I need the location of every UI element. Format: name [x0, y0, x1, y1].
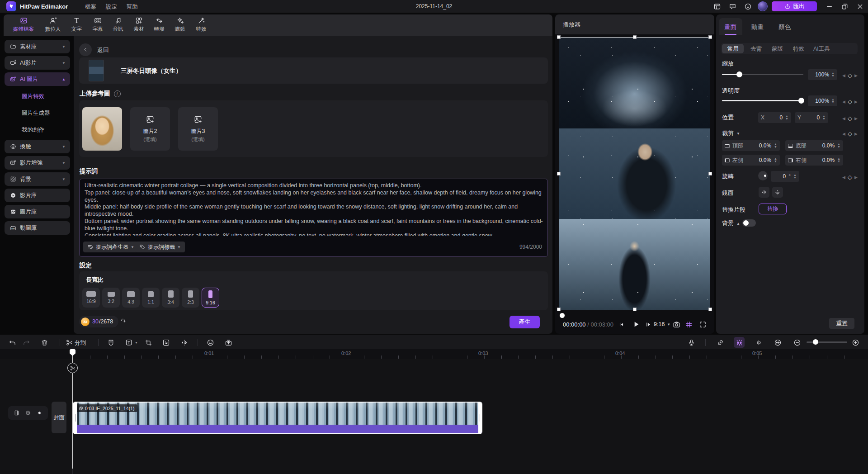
export-button[interactable]: 匯出	[772, 1, 817, 11]
upload-card-image3[interactable]: 圖片3 (選填)	[178, 107, 218, 151]
rotate-handle[interactable]	[560, 313, 565, 318]
crop-left-field[interactable]: 左側 0.0% ▲▼	[722, 155, 780, 166]
tab-animation[interactable]: 動畫	[751, 23, 764, 31]
scale-value-box[interactable]: 100% ▲▼	[808, 69, 837, 80]
magnet-snap-icon[interactable]	[735, 338, 743, 346]
tab-digital-human[interactable]: 數位人	[40, 17, 66, 34]
trim-handle-left[interactable]	[74, 403, 77, 433]
rotate-keyframe-controls[interactable]: ◀◇▶	[842, 174, 858, 180]
chevron-down-icon[interactable]: ▼	[135, 341, 138, 344]
tab-frame[interactable]: 畫面	[724, 23, 736, 31]
split-at-playhead-button[interactable]	[67, 363, 78, 373]
crop-top-field[interactable]: 頂部 0.0% ▲▼	[722, 140, 780, 151]
subtab-common[interactable]: 常用	[727, 45, 739, 53]
sidebar-item-ai-video[interactable]: AI影片 ▼	[5, 56, 70, 70]
opacity-keyframe-controls[interactable]: ◀◇▶	[842, 98, 858, 105]
reset-button[interactable]: 重置	[829, 318, 854, 329]
undo-icon[interactable]	[8, 338, 16, 346]
preview-ratio-dropdown[interactable]: 9:16 ▼	[654, 321, 670, 327]
resize-handle[interactable]	[557, 308, 561, 311]
scale-slider-knob[interactable]	[736, 71, 742, 77]
resize-handle[interactable]	[633, 35, 637, 39]
scale-tool-icon[interactable]	[162, 338, 170, 346]
rotate-value-field[interactable]: 0 ° ▲▼	[771, 171, 799, 182]
sidebar-item-face-swap[interactable]: 換臉 ▼	[5, 140, 70, 153]
zoom-out-icon[interactable]	[793, 338, 801, 346]
position-y-field[interactable]: Y 0 ▲▼	[795, 112, 828, 123]
stepper-icon[interactable]: ▲▼	[822, 115, 826, 120]
timeline-zoom-knob[interactable]	[813, 339, 818, 345]
track-visibility-icon[interactable]	[25, 410, 31, 416]
subtab-remove-bg[interactable]: 去背	[750, 45, 762, 53]
export-frame-icon[interactable]	[224, 338, 232, 346]
subtab-mask[interactable]: 蒙版	[772, 45, 783, 53]
stepper-icon[interactable]: ▲▼	[774, 157, 777, 163]
add-text-icon[interactable]	[125, 338, 133, 346]
subtab-ai-tools[interactable]: AI工具	[813, 45, 830, 53]
resize-handle[interactable]	[633, 308, 637, 311]
ratio-3-4[interactable]: 3:4	[162, 288, 179, 308]
voiceover-mic-icon[interactable]	[687, 338, 695, 346]
ratio-1-1[interactable]: 1:1	[142, 288, 160, 308]
stepper-icon[interactable]: ▲▼	[793, 174, 797, 179]
crop-right-field[interactable]: 右側 0.0% ▲▼	[785, 155, 843, 166]
zoom-in-icon[interactable]	[851, 338, 859, 346]
next-frame-icon[interactable]	[645, 321, 652, 328]
timeline-ruler[interactable]: 0:01 0:02 0:03 0:04 0:05	[0, 349, 868, 359]
resize-handle[interactable]	[708, 308, 712, 311]
stepper-icon[interactable]: ▲▼	[831, 98, 835, 104]
stepper-icon[interactable]: ▲▼	[831, 72, 835, 77]
info-icon[interactable]: i	[114, 90, 121, 97]
sidebar-item-image-library[interactable]: 圖片庫	[5, 205, 70, 218]
resize-handle[interactable]	[708, 35, 712, 39]
sidebar-subitem-my-creations[interactable]: 我的創作	[22, 123, 67, 137]
crop-tool-icon[interactable]	[144, 338, 152, 346]
stepper-icon[interactable]: ▲▼	[837, 143, 840, 148]
menu-settings[interactable]: 設定	[106, 3, 117, 11]
track-mute-icon[interactable]	[37, 410, 43, 416]
position-x-field[interactable]: X 0 ▲▼	[758, 112, 791, 123]
layout-icon[interactable]	[712, 2, 722, 11]
download-icon[interactable]	[743, 2, 752, 11]
fit-timeline-icon[interactable]	[774, 338, 782, 346]
replace-button[interactable]: 替換	[759, 204, 787, 214]
resize-handle[interactable]	[557, 35, 561, 39]
video-clip[interactable]: 0:03 IE_2025_11_14(1)	[73, 402, 482, 434]
tab-media-files[interactable]: 媒體檔案	[10, 17, 37, 34]
delete-icon[interactable]	[40, 338, 48, 346]
refresh-credits-icon[interactable]	[120, 318, 126, 324]
prompt-tags-button[interactable]: 提示詞標籤 ▼	[135, 242, 185, 252]
fullscreen-icon[interactable]	[699, 321, 707, 328]
play-button[interactable]	[632, 320, 641, 329]
menu-help[interactable]: 幫助	[127, 3, 138, 11]
opacity-slider-knob[interactable]	[798, 98, 804, 104]
trim-handle-right[interactable]	[478, 403, 481, 433]
ratio-16-9[interactable]: 16:9	[82, 288, 100, 308]
scale-keyframe-controls[interactable]: ◀◇▶	[842, 72, 858, 79]
prev-frame-icon[interactable]	[618, 321, 625, 328]
upload-card-image2[interactable]: 圖片2 (選填)	[130, 107, 170, 151]
grid-icon[interactable]	[685, 321, 693, 328]
opacity-slider[interactable]	[722, 100, 803, 101]
subtab-effects[interactable]: 特效	[793, 45, 804, 53]
redo-icon[interactable]	[22, 338, 30, 346]
sticker-icon[interactable]	[107, 338, 115, 346]
back-button[interactable]	[79, 43, 92, 56]
sidebar-item-video-library[interactable]: 影片庫	[5, 189, 70, 202]
stepper-icon[interactable]: ▲▼	[774, 143, 777, 148]
split-icon[interactable]	[65, 338, 73, 346]
ratio-4-3[interactable]: 4:3	[122, 288, 140, 308]
crop-keyframe-controls[interactable]: ◀◇▶	[842, 130, 858, 137]
stepper-icon[interactable]: ▲▼	[837, 157, 840, 163]
tab-color[interactable]: 顏色	[778, 23, 791, 31]
background-toggle[interactable]	[742, 219, 756, 227]
user-avatar[interactable]	[758, 1, 768, 11]
prompt-input[interactable]: Ultra-realistic cinematic winter portrai…	[85, 182, 543, 236]
position-keyframe-controls[interactable]: ◀◇▶	[842, 115, 858, 122]
flip-vertical-button[interactable]	[772, 187, 783, 198]
resize-handle[interactable]	[708, 172, 712, 175]
stepper-icon[interactable]: ▲▼	[785, 115, 788, 120]
unlink-clips-icon[interactable]	[755, 338, 763, 346]
feedback-icon[interactable]	[728, 2, 737, 11]
close-icon[interactable]	[855, 2, 864, 11]
